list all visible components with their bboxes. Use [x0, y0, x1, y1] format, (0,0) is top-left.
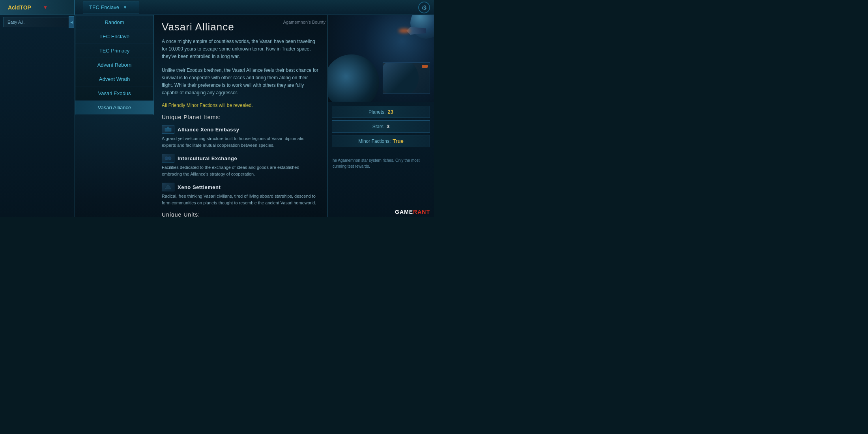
minor-factions-stat: Minor Factions: True	[332, 135, 430, 147]
unique-planets-title: Unique Planet Items:	[162, 114, 320, 120]
top-bar: AcidTOP ▼ TEC Enclave ▼ ⚙	[0, 0, 434, 15]
stars-value: 3	[387, 123, 389, 129]
faction-image	[328, 15, 434, 102]
alliance-embassy-desc: A grand yet welcoming structure built to…	[162, 135, 320, 148]
right-panel: Planets: 23 Stars: 3 Minor Factions: Tru…	[327, 15, 434, 217]
intercultural-exchange-icon	[162, 154, 174, 163]
gamerant-rant: RANT	[413, 209, 430, 215]
faction-dropdown-button[interactable]: TEC Enclave ▼	[83, 2, 139, 13]
intercultural-exchange-name: Intercultural Exchange	[178, 155, 237, 161]
alliance-embassy-icon	[162, 125, 174, 134]
xeno-settlement-icon	[162, 183, 174, 191]
dropdown-item-advent-reborn[interactable]: Advent Reborn	[75, 58, 153, 72]
gamerant-game: GAME	[395, 209, 413, 215]
faction-desc-2: Unlike their Exodus brethren, the Vasari…	[162, 67, 320, 97]
dropdown-item-tec-primacy[interactable]: TEC Primacy	[75, 44, 153, 58]
dropdown-item-random[interactable]: Random	[75, 15, 153, 30]
svg-rect-0	[165, 128, 171, 131]
planets-label: Planets:	[369, 109, 385, 115]
player-name-area[interactable]: AcidTOP ▼	[0, 0, 75, 15]
player-name-label: AcidTOP	[8, 4, 31, 11]
scenario-description: he Agamemnon star system riches. Only th…	[333, 157, 429, 169]
minor-factions-value: True	[393, 138, 403, 144]
ai-selector[interactable]: Easy A.I. ◀	[3, 17, 71, 27]
gamerant-watermark: GAMERANT	[395, 209, 430, 215]
svg-point-3	[168, 157, 171, 160]
faction-current-label: TEC Enclave	[89, 4, 119, 10]
svg-point-2	[165, 157, 168, 160]
svg-rect-1	[167, 127, 169, 128]
svg-marker-4	[165, 185, 171, 189]
ship-engine-glow	[398, 29, 410, 33]
planets-stat: Planets: 23	[332, 106, 430, 118]
xeno-settlement-name: Xeno Settlement	[178, 184, 221, 190]
agamemnon-label: Agamemnon's Bounty	[283, 20, 326, 24]
stars-stat: Stars: 3	[332, 120, 430, 133]
intercultural-exchange-desc: Facilities dedicated to the exchange of …	[162, 164, 320, 177]
settings-gear-icon[interactable]: ⚙	[418, 2, 430, 13]
faction-dropdown-menu: Random TEC Enclave TEC Primacy Advent Re…	[75, 15, 154, 115]
dropdown-item-vasari-exodus[interactable]: Vasari Exodus	[75, 86, 153, 101]
dropdown-arrow-icon: ▼	[123, 5, 127, 9]
planet-item-3: Xeno Settlement Radical, free thinking V…	[162, 183, 320, 206]
alliance-embassy-name: Alliance Xeno Embassy	[178, 127, 239, 133]
scenario-text: he Agamemnon star system riches. Only th…	[328, 153, 434, 173]
planets-value: 23	[387, 109, 393, 115]
player-arrow-icon: ▼	[43, 5, 48, 10]
stats-section: Planets: 23 Stars: 3 Minor Factions: Tru…	[328, 102, 434, 153]
planet-item-2: Intercultural Exchange Facilities dedica…	[162, 154, 320, 177]
stars-label: Stars:	[372, 124, 385, 129]
main-content: Vasari Alliance A once mighty empire of …	[154, 15, 327, 217]
scroll-indicator[interactable]: ◀	[69, 16, 74, 28]
dropdown-item-vasari-alliance[interactable]: Vasari Alliance	[75, 101, 153, 115]
faction-desc-1: A once mighty empire of countless worlds…	[162, 38, 320, 61]
dropdown-item-advent-wrath[interactable]: Advent Wrath	[75, 72, 153, 86]
unique-units-title: Unique Units:	[162, 211, 320, 217]
faction-selector[interactable]: TEC Enclave ▼	[83, 2, 139, 13]
dropdown-item-tec-enclave[interactable]: TEC Enclave	[75, 30, 153, 44]
minor-factions-label: Minor Factions:	[358, 138, 391, 144]
planet-item-1: Alliance Xeno Embassy A grand yet welcom…	[162, 125, 320, 148]
left-panel: Easy A.I. ◀	[0, 15, 75, 217]
xeno-settlement-desc: Radical, free thinking Vasari civilians,…	[162, 193, 320, 206]
ai-label: Easy A.I.	[7, 20, 24, 24]
faction-feature: All Friendly Minor Factions will be reve…	[162, 103, 320, 108]
